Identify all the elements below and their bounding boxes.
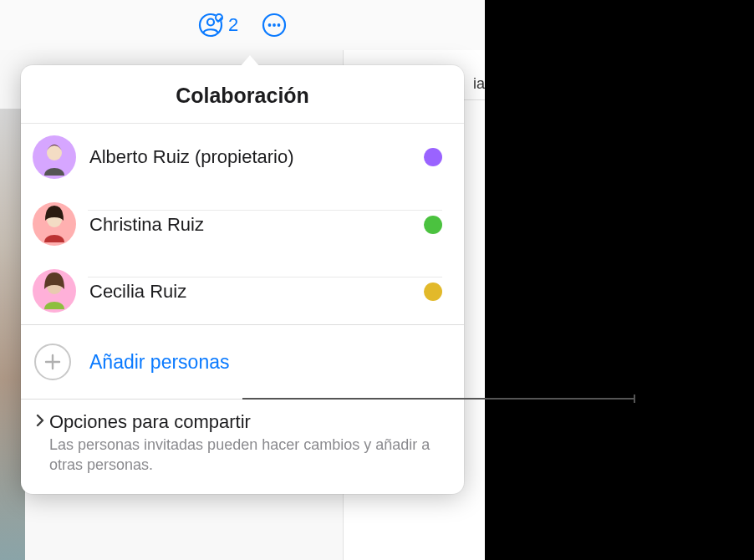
annotation-callout-line (242, 398, 635, 400)
collaborator-name: Christina Ruiz (88, 214, 424, 236)
plus-circle-icon (34, 344, 71, 380)
share-options-subtitle: Las personas invitadas pueden hacer camb… (33, 435, 442, 476)
svg-point-5 (268, 23, 272, 27)
collaborator-list: Alberto Ruiz (propietario) Christina Rui… (21, 124, 464, 324)
add-people-button[interactable]: Añadir personas (21, 325, 464, 399)
presence-dot (424, 216, 442, 234)
toolbar: 2 (0, 0, 485, 50)
person-badge-icon (198, 13, 223, 38)
avatar (33, 269, 76, 313)
more-button[interactable] (262, 13, 287, 38)
collaborator-name: Alberto Ruiz (propietario) (88, 146, 424, 168)
presence-dot (424, 283, 442, 301)
collaboration-popover: Colaboración Alberto Ruiz (propietario) … (21, 65, 464, 494)
svg-point-7 (278, 23, 281, 27)
share-options-button[interactable]: Opciones para compartir Las personas inv… (21, 399, 464, 494)
ellipsis-circle-icon (262, 13, 287, 38)
svg-point-1 (207, 19, 214, 26)
collaborator-row[interactable]: Cecilia Ruiz (21, 257, 464, 324)
collaborator-count: 2 (228, 14, 238, 36)
popover-arrow (240, 55, 260, 67)
share-options-title: Opciones para compartir (49, 411, 251, 433)
collaborator-row[interactable]: Christina Ruiz (21, 191, 464, 257)
add-people-label: Añadir personas (89, 351, 230, 374)
popover-title: Colaboración (21, 65, 464, 124)
collaborator-name: Cecilia Ruiz (88, 281, 424, 303)
collaborate-button[interactable]: 2 (198, 13, 238, 38)
presence-dot (424, 148, 442, 166)
collaborator-row[interactable]: Alberto Ruiz (propietario) (21, 124, 464, 191)
avatar (33, 202, 76, 246)
avatar (33, 135, 76, 179)
svg-point-6 (273, 23, 276, 27)
chevron-right-icon (33, 413, 48, 431)
